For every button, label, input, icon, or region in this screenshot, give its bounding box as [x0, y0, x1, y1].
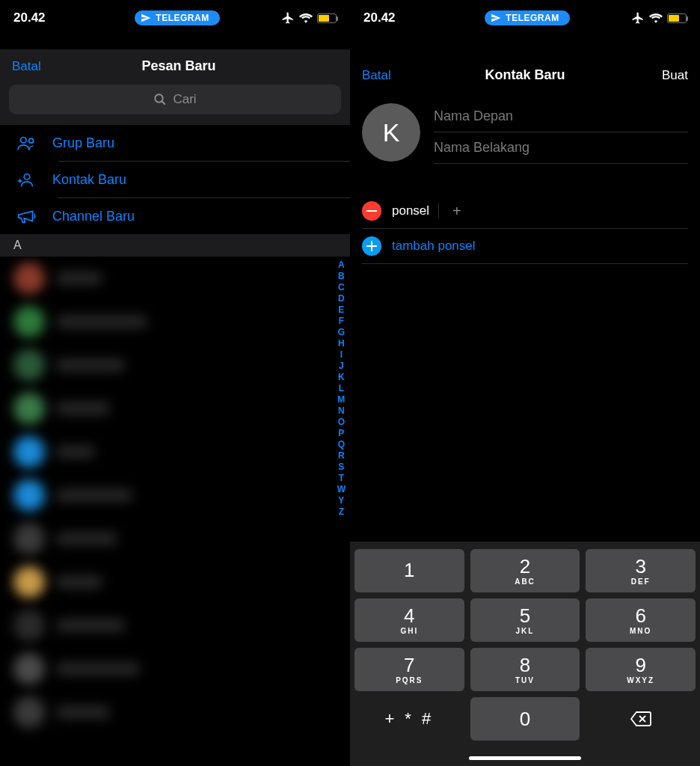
index-letter[interactable]: C — [338, 282, 345, 292]
new-group-button[interactable]: Grup Baru — [0, 125, 350, 161]
index-letter[interactable]: Q — [338, 439, 345, 450]
index-letter[interactable]: T — [339, 473, 344, 483]
key-digit: 4 — [404, 606, 414, 625]
index-letter[interactable]: A — [338, 260, 345, 270]
key-8[interactable]: 8TUV — [470, 648, 580, 691]
key-5[interactable]: 5JKL — [470, 598, 580, 642]
group-icon — [16, 134, 38, 152]
key-digit: 9 — [635, 655, 645, 675]
airplane-icon — [631, 11, 645, 25]
avatar[interactable]: K — [362, 103, 420, 162]
telegram-pill[interactable]: TELEGRAM — [485, 10, 569, 25]
index-letter[interactable]: P — [338, 428, 344, 438]
key-3[interactable]: 3DEF — [586, 549, 696, 592]
key-1[interactable]: 1 — [354, 549, 464, 592]
phone-number-field[interactable]: + — [452, 203, 461, 220]
plus-icon — [366, 241, 377, 251]
index-letter[interactable]: B — [338, 271, 345, 281]
index-letter[interactable]: M — [337, 394, 345, 405]
cancel-button[interactable]: Batal — [362, 68, 407, 83]
name-fields: Nama Depan Nama Belakang — [434, 101, 688, 164]
list-item[interactable] — [0, 560, 350, 604]
key-4[interactable]: 4GHI — [354, 598, 464, 642]
numeric-keypad: 12ABC3DEF4GHI5JKL6MNO7PQRS8TUV9WXYZ + * … — [350, 542, 700, 766]
add-phone-label: tambah ponsel — [392, 239, 476, 254]
index-letter[interactable]: I — [340, 349, 343, 360]
key-digit: 6 — [635, 606, 645, 625]
index-letter[interactable]: D — [338, 293, 345, 304]
list-item[interactable] — [0, 343, 350, 387]
remove-phone-button[interactable] — [362, 201, 381, 221]
index-letter[interactable]: W — [337, 484, 346, 494]
status-bar: 20.42 TELEGRAM — [350, 0, 700, 36]
list-item[interactable] — [0, 517, 350, 560]
phone-type-label[interactable]: ponsel — [392, 203, 439, 218]
key-letters: WXYZ — [627, 676, 654, 684]
key-digit: 7 — [404, 655, 414, 675]
home-indicator[interactable] — [469, 756, 581, 760]
key-2[interactable]: 2ABC — [470, 549, 580, 592]
add-phone-row[interactable]: tambah ponsel — [362, 229, 688, 264]
symbols-label: + * # — [384, 711, 434, 727]
cancel-button[interactable]: Batal — [12, 59, 57, 74]
svg-point-0 — [156, 94, 164, 102]
index-letter[interactable]: Z — [339, 506, 344, 517]
first-name-field[interactable]: Nama Depan — [434, 101, 688, 132]
svg-line-1 — [162, 101, 166, 105]
pill-label: TELEGRAM — [156, 13, 209, 23]
index-letter[interactable]: G — [338, 327, 345, 337]
phone-section: ponsel + tambah ponsel — [350, 194, 700, 264]
key-letters: ABC — [515, 577, 535, 586]
list-item[interactable] — [0, 300, 350, 343]
index-letter[interactable]: H — [338, 338, 345, 349]
status-pill-wrap: TELEGRAM — [485, 10, 569, 25]
list-item[interactable] — [0, 474, 350, 517]
search-placeholder: Cari — [173, 92, 196, 107]
status-time: 20.42 — [363, 10, 423, 25]
list-item[interactable] — [0, 647, 350, 690]
new-channel-button[interactable]: Channel Baru — [0, 198, 350, 234]
index-letter[interactable]: Y — [338, 495, 344, 506]
status-time: 20.42 — [13, 10, 73, 25]
list-item[interactable] — [0, 430, 350, 474]
screen-new-message: 20.42 TELEGRAM Batal Pesan Baru Cari — [0, 0, 350, 766]
search-input[interactable]: Cari — [9, 85, 341, 114]
list-item[interactable] — [0, 387, 350, 430]
airplane-icon — [281, 11, 295, 25]
index-letter[interactable]: K — [338, 372, 345, 382]
index-letter[interactable]: E — [338, 304, 344, 315]
status-pill-wrap: TELEGRAM — [135, 10, 219, 25]
key-letters: DEF — [631, 577, 651, 586]
phone-row[interactable]: ponsel + — [362, 194, 688, 229]
index-letter[interactable]: F — [339, 316, 344, 326]
telegram-pill[interactable]: TELEGRAM — [135, 10, 219, 25]
key-7[interactable]: 7PQRS — [354, 648, 464, 691]
index-letter[interactable]: J — [339, 361, 344, 371]
key-digit: 5 — [520, 606, 530, 625]
index-letter[interactable]: O — [338, 417, 345, 427]
list-item[interactable] — [0, 690, 350, 734]
list-item[interactable] — [0, 257, 350, 300]
add-phone-button[interactable] — [362, 236, 381, 256]
new-contact-button[interactable]: Kontak Baru — [0, 162, 350, 197]
index-letter[interactable]: S — [338, 462, 344, 472]
index-letter[interactable]: R — [338, 450, 345, 461]
last-name-field[interactable]: Nama Belakang — [434, 132, 688, 164]
key-letters: TUV — [515, 676, 535, 684]
key-digit: 3 — [635, 557, 645, 576]
index-letter[interactable]: N — [338, 405, 345, 416]
key-0[interactable]: 0 — [470, 697, 580, 741]
add-contact-icon — [16, 171, 38, 189]
list-item[interactable] — [0, 604, 350, 647]
wifi-icon — [649, 13, 663, 23]
alpha-index[interactable]: ABCDEFGHIJKLMNOPQRSTWYZ — [337, 260, 346, 517]
backspace-key[interactable] — [586, 697, 696, 741]
key-9[interactable]: 9WXYZ — [586, 648, 696, 691]
create-button[interactable]: Buat — [643, 68, 688, 83]
symbols-key[interactable]: + * # — [354, 697, 464, 741]
key-letters: MNO — [630, 627, 651, 635]
key-6[interactable]: 6MNO — [586, 598, 696, 642]
index-letter[interactable]: L — [339, 383, 344, 393]
search-wrap: Cari — [0, 85, 350, 125]
battery-icon — [667, 13, 687, 23]
